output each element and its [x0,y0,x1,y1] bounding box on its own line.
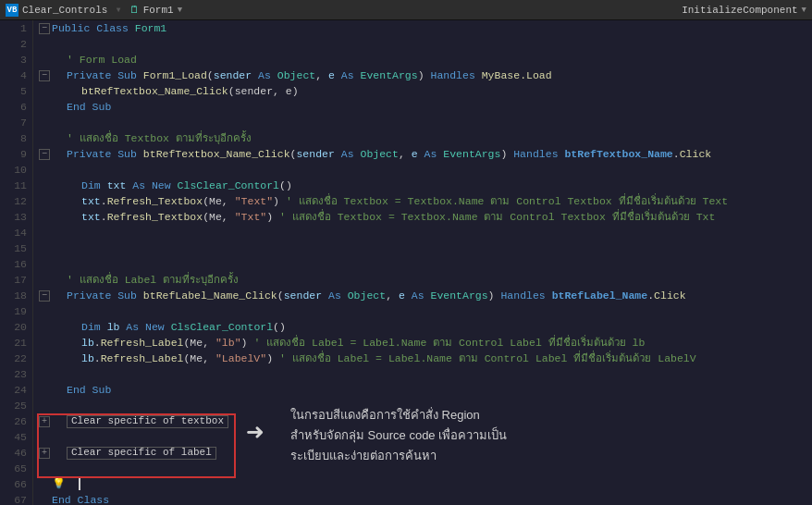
code-line-10 [39,162,812,178]
vb-icon: VB [6,4,18,17]
code-line-20: Dim lb As New ClsClear_Contorl() [39,319,812,335]
code-line-18: − Private Sub btRefLabel_Name_Click(send… [39,288,812,303]
titlebar-left: VB Clear_Controls [6,4,107,17]
code-line-12: txt.Refresh_Textbox(Me, "Text") ' แสดงชื… [39,193,812,209]
form-name: Form1 [143,5,174,16]
code-line-14 [39,225,812,240]
titlebar-right: InitializeComponent ▼ [682,5,806,16]
code-line-22: lb.Refresh_Label(Me, "LabelV") ' แสดงชื่… [39,351,812,366]
region-textbox[interactable]: Clear specific of textbox [67,415,228,428]
code-line-21: lb.Refresh_Label(Me, "lb") ' แสดงชื่อ La… [39,335,812,351]
region-label[interactable]: Clear specific of label [67,447,216,460]
annotation-line2: สำหรับจัดกลุ่ม Source code เพื่อความเป็น [290,425,507,446]
code-line-66: 💡 [39,476,812,492]
code-line-19 [39,303,812,319]
fold-4[interactable]: − [39,70,50,81]
code-line-17: ' แสดงชื่อ Label ตามที่ระบุอีกครั้ง [39,272,812,288]
code-area: − Public Class Form1 ' Form Load − Priva… [33,20,812,505]
line-numbers: 1 2 3 4 5 6 7 8 9 10 11 12 13 14 15 16 1… [0,20,33,505]
code-line-24: End Sub [39,382,812,398]
code-line-9: − Private Sub btRefTextbox_Name_Click(se… [39,146,812,162]
code-line-1: − Public Class Form1 [39,20,812,36]
project-name: Clear_Controls [22,5,107,16]
annotation-line3: ระเบียบและง่ายต่อการค้นหา [290,446,507,466]
code-line-5: btRefTextbox_Name_Click(sender, e) [39,83,812,99]
cursor [79,478,80,490]
code-line-4: − Private Sub Form1_Load(sender As Objec… [39,68,812,83]
form-dropdown[interactable]: ▼ [178,6,182,15]
editor: 1 2 3 4 5 6 7 8 9 10 11 12 13 14 15 16 1… [0,20,812,505]
code-line-7 [39,115,812,130]
code-line-11: Dim txt As New ClsClear_Contorl() [39,178,812,193]
annotation-arrow: ➜ [246,426,264,442]
fold-1[interactable]: − [39,23,50,34]
titlebar: VB Clear_Controls ▾ 🗒 Form1 ▼ Initialize… [0,0,812,20]
titlebar-center: 🗒 Form1 ▼ [129,4,182,16]
code-line-15 [39,240,812,256]
code-line-3: ' Form Load [39,52,812,68]
annotation-box: ในกรอบสีแดงคือการใช้คำสั่ง Region สำหรับ… [290,405,507,466]
fold-18[interactable]: − [39,290,50,302]
code-line-8: ' แสดงชื่อ Textbox ตามที่ระบุอีกครั้ง [39,130,812,146]
form-icon: 🗒 [129,4,140,16]
code-line-2 [39,36,812,52]
code-line-67: End Class [39,492,812,505]
code-line-23 [39,366,812,382]
code-line-13: txt.Refresh_Textbox(Me, "Txt") ' แสดงชื่… [39,209,812,225]
fold-46[interactable]: + [39,448,50,459]
code-line-16 [39,256,812,272]
separator: ▾ [115,3,121,17]
method-dropdown[interactable]: ▼ [802,6,806,15]
method-name: InitializeComponent [682,5,797,16]
fold-26[interactable]: + [39,416,50,427]
code-line-6: End Sub [39,99,812,115]
lightbulb-icon: 💡 [52,476,66,492]
fold-9[interactable]: − [39,149,50,160]
annotation-line1: ในกรอบสีแดงคือการใช้คำสั่ง Region [290,405,507,425]
